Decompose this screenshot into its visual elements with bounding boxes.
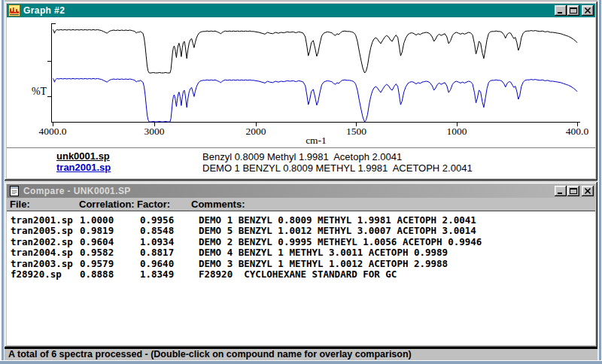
compare-window-title: Compare - UNK0001.SP <box>23 186 131 196</box>
cell-file: tran2001.sp <box>11 214 73 226</box>
column-header-correlation: Correlation: <box>79 199 135 210</box>
compare-document-icon <box>8 185 20 197</box>
maximize-button[interactable] <box>567 186 579 196</box>
column-header-file: File: <box>10 199 30 210</box>
legend-row: unk0001.spBenzyl 0.8009 Methyl 1.9981 Ac… <box>7 150 595 162</box>
cell-comments: DEMO 4 BENZYL 1 METHYL 3.0011 ACETOPH 0.… <box>199 247 448 258</box>
compare-window: Compare - UNK0001.SP File: Correlation: … <box>5 182 597 347</box>
status-bar: A total of 6 spectra processed - (Double… <box>5 347 597 360</box>
close-button[interactable] <box>582 186 594 196</box>
table-row[interactable]: tran2001.sp1.00000.9956DEMO 1 BENZYL 0.8… <box>7 214 595 225</box>
minimize-button[interactable] <box>555 186 567 196</box>
svg-text:3000: 3000 <box>144 126 165 137</box>
mdi-frame-left-edge <box>0 0 5 364</box>
legend-row: tran2001.spDEMO 1 BENZYL 0.8009 METHYL 1… <box>7 162 595 173</box>
table-row[interactable]: tran2005.sp0.98190.8548DEMO 5 BENZYL 1.0… <box>7 225 595 235</box>
cell-correlation: 1.0000 <box>80 214 114 226</box>
svg-text:cm-1: cm-1 <box>306 135 327 146</box>
mdi-frame-right-edge <box>597 0 602 364</box>
legend-file-link[interactable]: tran2001.sp <box>56 162 111 173</box>
svg-text:400.0: 400.0 <box>566 126 589 137</box>
legend-comment: Benzyl 0.8009 Methyl 1.9981 Acetoph 2.00… <box>202 151 402 162</box>
column-header-comments: Comments: <box>191 199 245 210</box>
svg-text:4000.0: 4000.0 <box>38 126 66 137</box>
table-row[interactable]: f28920.sp0.88881.8349F28920 CYCLOHEXANE … <box>7 268 595 279</box>
cell-factor: 0.8548 <box>140 225 174 236</box>
table-row[interactable]: tran2003.sp0.95790.9640DEMO 3 BENZYL 1 M… <box>7 258 595 268</box>
compare-titlebar[interactable]: Compare - UNK0001.SP <box>7 184 595 198</box>
mdi-frame-bottom-edge <box>0 360 602 364</box>
ir-spectra-plot[interactable]: 4000.03000200015001000400.0cm-1%T <box>7 17 595 147</box>
cell-correlation: 0.8888 <box>80 268 114 280</box>
spectrum-chart-icon <box>8 5 20 17</box>
cell-correlation: 0.9604 <box>80 236 114 247</box>
cell-correlation: 0.9819 <box>80 225 114 236</box>
graph-titlebar[interactable]: Graph #2 <box>7 4 595 17</box>
cell-comments: DEMO 2 BENZYL 0.9995 METHEYL 1.0056 ACET… <box>199 236 482 247</box>
cell-file: tran2002.sp <box>11 236 73 247</box>
compare-window-controls <box>554 186 594 196</box>
spectra-svg: 4000.03000200015001000400.0cm-1%T <box>7 17 595 147</box>
app-root: Graph #2 4000.03000200015001000400.0cm-1… <box>0 0 602 364</box>
cell-file: tran2005.sp <box>11 225 73 236</box>
cell-comments: DEMO 3 BENZYL 1 METHYL 1.0012 ACETOPH 2.… <box>199 258 448 269</box>
status-text: A total of 6 spectra processed - (Double… <box>8 349 412 359</box>
cell-factor: 1.0934 <box>140 236 174 247</box>
graph-window-title: Graph #2 <box>23 5 65 16</box>
cell-factor: 0.8817 <box>140 247 174 258</box>
cell-factor: 0.9640 <box>140 258 174 269</box>
legend-file-link[interactable]: unk0001.sp <box>56 150 110 162</box>
table-row[interactable]: tran2002.sp0.96041.0934DEMO 2 BENZYL 0.9… <box>7 236 595 247</box>
cell-file: f28920.sp <box>11 268 62 280</box>
svg-text:1000: 1000 <box>446 126 467 137</box>
compare-column-headers: File: Correlation: Factor: Comments: <box>7 198 595 211</box>
cell-factor: 1.8349 <box>140 268 174 280</box>
cell-file: tran2004.sp <box>11 247 73 258</box>
cell-factor: 0.9956 <box>140 214 174 226</box>
close-button[interactable] <box>582 5 594 16</box>
column-header-factor: Factor: <box>137 199 170 210</box>
cell-comments: DEMO 5 BENZYL 1.0012 METHYL 3.0007 ACETO… <box>199 225 476 236</box>
graph-window-controls <box>554 5 594 16</box>
maximize-button[interactable] <box>567 5 579 16</box>
spectra-legend: unk0001.spBenzyl 0.8009 Methyl 1.9981 Ac… <box>7 147 595 178</box>
legend-comment: DEMO 1 BENZYL 0.8009 METHYL 1.9981 ACETO… <box>202 162 473 174</box>
svg-text:2000: 2000 <box>246 126 266 137</box>
cell-comments: F28920 CYCLOHEXANE STANDARD FOR GC <box>199 268 397 280</box>
table-row[interactable]: tran2004.sp0.95820.8817DEMO 4 BENZYL 1 M… <box>7 247 595 257</box>
graph-window: Graph #2 4000.03000200015001000400.0cm-1… <box>5 2 597 180</box>
cell-correlation: 0.9579 <box>80 258 114 269</box>
cell-file: tran2003.sp <box>11 258 73 269</box>
minimize-button[interactable] <box>555 5 567 16</box>
cell-comments: DEMO 1 BENZYL 0.8009 METHYL 1.9981 ACETO… <box>199 214 476 226</box>
svg-text:1500: 1500 <box>346 126 366 137</box>
compare-results-list[interactable]: tran2001.sp1.00000.9956DEMO 1 BENZYL 0.8… <box>7 211 595 345</box>
svg-text:%T: %T <box>32 86 47 97</box>
cell-correlation: 0.9582 <box>80 247 114 258</box>
graph-client-area: 4000.03000200015001000400.0cm-1%T unk000… <box>7 17 595 178</box>
